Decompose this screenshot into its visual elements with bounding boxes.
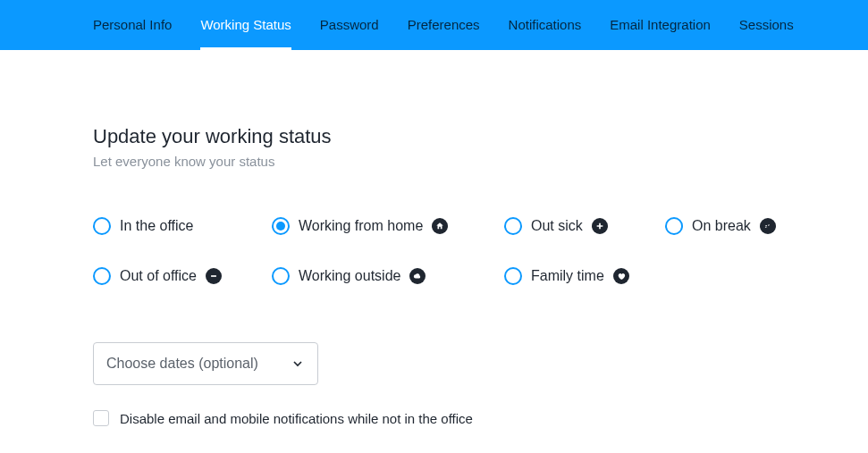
option-label: Out sick — [531, 218, 583, 234]
settings-tabbar: Personal Info Working Status Password Pr… — [0, 0, 868, 50]
disable-notifications-row[interactable]: Disable email and mobile notifications w… — [93, 410, 787, 426]
radio-out-sick[interactable] — [504, 217, 522, 235]
svg-rect-2 — [211, 275, 216, 277]
page-title: Update your working status — [93, 125, 787, 148]
radio-on-break[interactable] — [665, 217, 683, 235]
page-subtitle: Let everyone know your status — [93, 154, 787, 169]
radio-working-outside[interactable] — [272, 267, 290, 285]
tab-password[interactable]: Password — [320, 0, 379, 50]
option-label: Family time — [531, 268, 604, 284]
heart-icon — [613, 268, 629, 284]
minus-icon — [206, 268, 222, 284]
option-label: Working from home — [299, 218, 423, 234]
tab-preferences[interactable]: Preferences — [408, 0, 480, 50]
option-out-sick[interactable]: Out sick — [504, 217, 665, 235]
option-label: Working outside — [299, 268, 400, 284]
option-label: Out of office — [120, 268, 197, 284]
radio-out-of-office[interactable] — [93, 267, 111, 285]
radio-working-from-home[interactable] — [272, 217, 290, 235]
tab-notifications[interactable]: Notifications — [509, 0, 582, 50]
checkbox-label: Disable email and mobile notifications w… — [120, 411, 473, 426]
zzz-icon: zz — [760, 218, 776, 234]
option-family-time[interactable]: Family time — [504, 267, 665, 285]
option-working-outside[interactable]: Working outside — [272, 267, 504, 285]
plus-icon — [592, 218, 608, 234]
working-status-panel: Update your working status Let everyone … — [0, 50, 787, 426]
disable-notifications-checkbox[interactable] — [93, 410, 109, 426]
chevron-down-icon — [291, 357, 305, 371]
tab-sessions[interactable]: Sessions — [739, 0, 794, 50]
status-options: In the office Working from home Out sick… — [93, 217, 787, 285]
option-label: On break — [692, 218, 751, 234]
dropdown-label: Choose dates (optional) — [106, 356, 258, 372]
svg-text:z: z — [764, 223, 767, 229]
radio-family-time[interactable] — [504, 267, 522, 285]
cloud-icon — [409, 268, 426, 284]
option-in-the-office[interactable]: In the office — [93, 217, 272, 235]
tab-working-status[interactable]: Working Status — [200, 0, 291, 50]
tab-email-integration[interactable]: Email Integration — [610, 0, 711, 50]
radio-in-the-office[interactable] — [93, 217, 111, 235]
option-label: In the office — [120, 218, 193, 234]
option-on-break[interactable]: On break zz — [665, 217, 808, 235]
tab-personal-info[interactable]: Personal Info — [93, 0, 172, 50]
svg-text:z: z — [768, 223, 770, 227]
home-icon — [432, 218, 448, 234]
option-working-from-home[interactable]: Working from home — [272, 217, 504, 235]
option-out-of-office[interactable]: Out of office — [93, 267, 272, 285]
choose-dates-dropdown[interactable]: Choose dates (optional) — [93, 342, 318, 385]
